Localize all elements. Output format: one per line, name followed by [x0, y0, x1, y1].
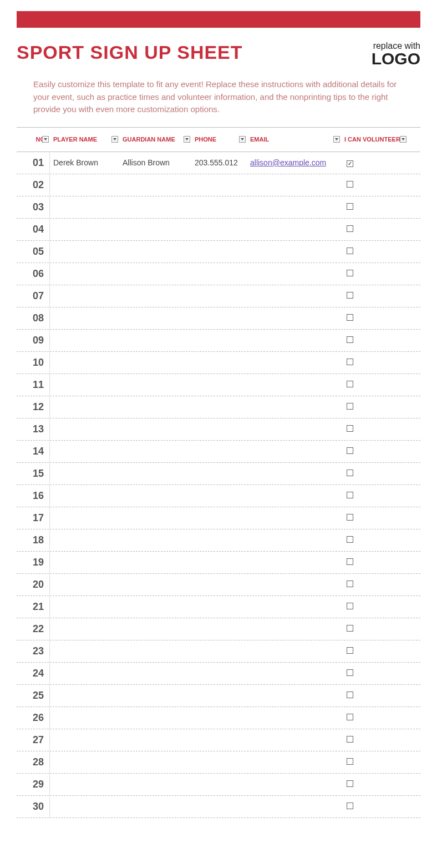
volunteer-cell[interactable]: [341, 713, 408, 722]
filter-dropdown-icon[interactable]: [184, 136, 190, 143]
volunteer-cell[interactable]: [341, 425, 408, 433]
table-row: 17: [17, 507, 420, 529]
volunteer-checkbox[interactable]: [347, 248, 353, 254]
volunteer-checkbox[interactable]: [347, 692, 353, 698]
volunteer-checkbox[interactable]: [347, 625, 353, 632]
volunteer-checkbox[interactable]: [347, 203, 353, 210]
volunteer-checkbox[interactable]: [347, 714, 353, 720]
header-volunteer[interactable]: I CAN VOLUNTEER: [341, 134, 408, 145]
volunteer-cell[interactable]: [341, 536, 408, 544]
volunteer-checkbox[interactable]: [347, 603, 353, 609]
player-name-cell[interactable]: Derek Brown: [50, 158, 119, 167]
filter-dropdown-icon[interactable]: [42, 136, 49, 143]
volunteer-cell[interactable]: [341, 225, 408, 234]
volunteer-cell[interactable]: [341, 291, 408, 300]
volunteer-checkbox[interactable]: [347, 425, 353, 432]
table-row: 09: [17, 330, 420, 352]
row-number: 07: [17, 285, 50, 307]
row-number: 30: [17, 796, 50, 817]
volunteer-cell[interactable]: [341, 336, 408, 345]
volunteer-checkbox[interactable]: [347, 736, 353, 743]
table-row: 28: [17, 751, 420, 774]
volunteer-cell[interactable]: [341, 802, 408, 811]
volunteer-cell[interactable]: [341, 203, 408, 211]
volunteer-checkbox[interactable]: [347, 314, 353, 321]
volunteer-cell[interactable]: [341, 513, 408, 522]
table-row: 01Derek BrownAllison Brown203.555.012all…: [17, 152, 420, 174]
header-phone[interactable]: PHONE: [191, 134, 247, 145]
row-number: 18: [17, 529, 50, 551]
volunteer-cell[interactable]: [341, 580, 408, 589]
signup-table: NO. PLAYER NAME GUARDIAN NAME PHONE EMAI…: [17, 127, 420, 818]
volunteer-cell[interactable]: [341, 624, 408, 633]
volunteer-cell[interactable]: [341, 691, 408, 700]
header-player[interactable]: PLAYER NAME: [50, 134, 119, 145]
volunteer-checkbox[interactable]: [347, 336, 353, 343]
volunteer-cell[interactable]: [341, 402, 408, 411]
top-accent-bar: [17, 11, 420, 28]
volunteer-cell[interactable]: [341, 158, 408, 167]
volunteer-checkbox[interactable]: [347, 647, 353, 654]
volunteer-cell[interactable]: [341, 358, 408, 367]
volunteer-cell[interactable]: [341, 180, 408, 189]
filter-dropdown-icon[interactable]: [333, 136, 340, 143]
row-number: 12: [17, 396, 50, 418]
volunteer-cell[interactable]: [341, 669, 408, 678]
volunteer-cell[interactable]: [341, 380, 408, 389]
row-number: 03: [17, 196, 50, 218]
header-no[interactable]: NO.: [17, 134, 50, 145]
filter-dropdown-icon[interactable]: [111, 136, 118, 143]
header-email[interactable]: EMAIL: [247, 134, 341, 145]
volunteer-cell[interactable]: [341, 269, 408, 278]
volunteer-cell[interactable]: [341, 780, 408, 789]
volunteer-checkbox[interactable]: [347, 669, 353, 676]
email-link[interactable]: allison@example.com: [250, 158, 326, 167]
row-number: 16: [17, 485, 50, 507]
table-row: 13: [17, 418, 420, 441]
volunteer-cell[interactable]: [341, 647, 408, 655]
volunteer-checkbox[interactable]: [347, 558, 353, 565]
table-row: 14: [17, 441, 420, 463]
row-number: 02: [17, 174, 50, 196]
phone-cell[interactable]: 203.555.012: [191, 158, 247, 167]
table-row: 10: [17, 352, 420, 374]
volunteer-checkbox[interactable]: [347, 292, 353, 299]
volunteer-cell[interactable]: [341, 491, 408, 500]
table-row: 23: [17, 640, 420, 663]
volunteer-checkbox[interactable]: [347, 780, 353, 787]
filter-dropdown-icon[interactable]: [400, 136, 406, 143]
filter-dropdown-icon[interactable]: [239, 136, 246, 143]
volunteer-cell[interactable]: [341, 469, 408, 478]
volunteer-checkbox[interactable]: [347, 581, 353, 587]
volunteer-checkbox[interactable]: [347, 270, 353, 276]
row-number: 05: [17, 241, 50, 263]
email-cell[interactable]: allison@example.com: [247, 158, 341, 167]
volunteer-checkbox[interactable]: [347, 160, 353, 167]
volunteer-cell[interactable]: [341, 247, 408, 256]
table-row: 25: [17, 685, 420, 707]
volunteer-checkbox[interactable]: [347, 381, 353, 387]
volunteer-checkbox[interactable]: [347, 803, 353, 809]
row-number: 21: [17, 596, 50, 618]
volunteer-cell[interactable]: [341, 558, 408, 567]
volunteer-cell[interactable]: [341, 758, 408, 766]
row-number: 25: [17, 685, 50, 706]
volunteer-checkbox[interactable]: [347, 359, 353, 365]
volunteer-checkbox[interactable]: [347, 536, 353, 543]
header-guardian[interactable]: GUARDIAN NAME: [119, 134, 191, 145]
volunteer-cell[interactable]: [341, 735, 408, 744]
volunteer-checkbox[interactable]: [347, 225, 353, 232]
volunteer-cell[interactable]: [341, 314, 408, 322]
volunteer-checkbox[interactable]: [347, 758, 353, 765]
instructions-text: Easily customize this template to fit an…: [0, 73, 437, 127]
volunteer-cell[interactable]: [341, 447, 408, 456]
volunteer-checkbox[interactable]: [347, 447, 353, 454]
volunteer-checkbox[interactable]: [347, 492, 353, 498]
volunteer-checkbox[interactable]: [347, 470, 353, 476]
volunteer-checkbox[interactable]: [347, 403, 353, 410]
row-number: 17: [17, 507, 50, 529]
guardian-name-cell[interactable]: Allison Brown: [119, 158, 191, 167]
volunteer-checkbox[interactable]: [347, 181, 353, 188]
volunteer-checkbox[interactable]: [347, 514, 353, 521]
volunteer-cell[interactable]: [341, 602, 408, 611]
